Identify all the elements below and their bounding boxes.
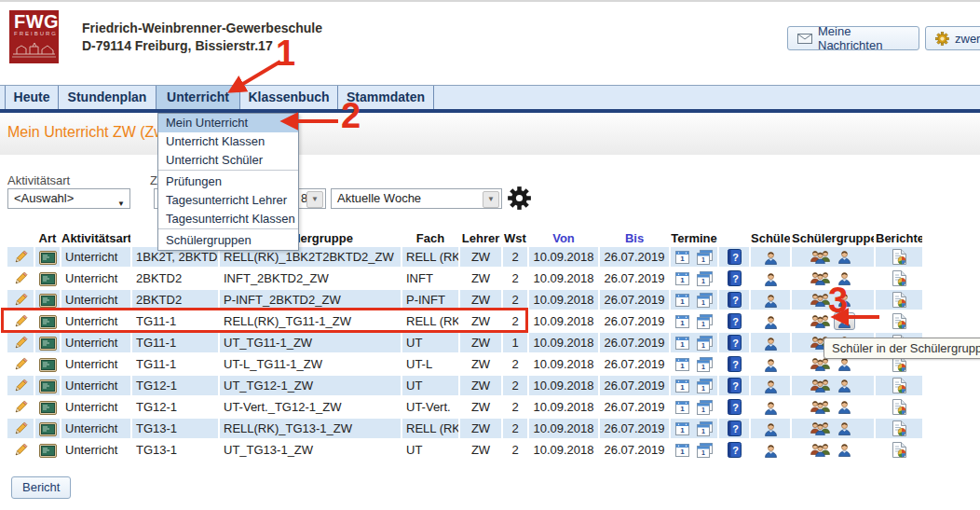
help-book-icon[interactable]: ? [728,378,742,393]
pencil-icon[interactable] [13,357,28,372]
messages-button[interactable]: Meine Nachrichten [787,26,919,50]
help-book-icon[interactable]: ? [728,249,742,265]
report-chart-icon[interactable] [892,378,906,393]
schueler-cell[interactable] [751,269,790,288]
student-icon[interactable] [764,315,778,329]
students-group-icon[interactable] [810,314,830,328]
calendars-stacked-icon[interactable]: 1 [697,357,713,372]
students-group-icon[interactable] [810,443,830,457]
student-icon[interactable] [837,250,851,264]
classbook-icon[interactable] [39,358,57,372]
report-chart-icon[interactable] [892,442,906,458]
berichte-cell[interactable] [876,419,922,438]
calendar-icon[interactable]: 1 [675,379,689,393]
classbook-icon[interactable] [39,294,57,308]
students-group-icon[interactable] [810,293,830,307]
calendar-icon[interactable]: 1 [675,357,689,371]
calendar-icon[interactable]: 1 [675,443,689,457]
edit-cell[interactable] [7,269,34,288]
calendars-stacked-icon[interactable]: 1 [697,400,713,415]
menu-item[interactable]: Schülergruppen [158,231,298,250]
calendar-icon[interactable]: 1 [675,293,689,307]
nav-tab[interactable]: Stammdaten [338,86,434,110]
help-book-icon[interactable]: ? [728,399,742,415]
pencil-icon[interactable] [13,443,28,458]
help-book-icon[interactable]: ? [728,335,742,351]
group-student-wrap[interactable] [834,377,855,394]
col-header-von[interactable]: Von [529,231,598,245]
nav-tab[interactable]: Stundenplan [59,86,157,110]
klassenbuch-cell[interactable] [35,419,60,438]
chevron-down-icon[interactable]: ▼ [483,191,499,208]
student-icon[interactable] [764,444,778,458]
calendar-icon[interactable]: 1 [675,336,689,350]
klassenbuch-cell[interactable] [35,247,60,267]
edit-cell[interactable] [7,419,34,438]
help-cell[interactable]: ? [719,247,749,267]
edit-cell[interactable] [7,354,34,374]
classbook-icon[interactable] [39,337,57,351]
report-chart-icon[interactable] [892,313,906,329]
calendar-icon[interactable]: 1 [675,271,689,285]
schueler-cell[interactable] [751,397,790,417]
student-icon[interactable] [837,271,851,285]
students-group-icon[interactable] [810,271,830,285]
help-cell[interactable]: ? [719,269,749,288]
student-icon[interactable] [764,379,778,393]
help-cell[interactable]: ? [719,333,749,352]
classbook-icon[interactable] [39,251,57,265]
schueler-cell[interactable] [751,440,790,460]
report-chart-icon[interactable] [892,420,906,436]
menu-item[interactable]: Unterricht Klassen [158,132,298,151]
student-icon[interactable] [837,379,851,393]
user-settings-button[interactable]: zwerg [925,26,980,50]
edit-cell[interactable] [7,440,34,460]
berichte-cell[interactable] [876,397,922,417]
calendars-stacked-icon[interactable]: 1 [697,271,713,286]
calendars-stacked-icon[interactable]: 1 [697,421,713,436]
edit-cell[interactable] [7,290,34,310]
student-icon[interactable] [764,272,778,286]
calendars-stacked-icon[interactable]: 1 [697,250,713,265]
help-book-icon[interactable]: ? [728,313,742,329]
edit-cell[interactable] [7,397,34,417]
help-cell[interactable]: ? [719,290,749,310]
klassenbuch-cell[interactable] [35,333,60,352]
help-cell[interactable]: ? [719,311,749,331]
pencil-icon[interactable] [13,293,28,308]
berichte-cell[interactable] [876,311,922,331]
calendar-icon[interactable]: 1 [675,314,689,328]
berichte-cell[interactable] [876,269,922,288]
students-group-icon[interactable] [810,400,830,414]
pencil-icon[interactable] [13,271,28,286]
calendars-stacked-icon[interactable]: 1 [697,314,713,329]
group-student-wrap[interactable] [834,398,855,416]
classbook-icon[interactable] [39,401,57,415]
report-chart-icon[interactable] [892,270,906,286]
bericht-button[interactable]: Bericht [11,476,71,499]
schueler-cell[interactable] [751,290,790,310]
klassenbuch-cell[interactable] [35,397,60,417]
help-cell[interactable]: ? [719,419,749,438]
group-student-wrap[interactable] [834,248,855,266]
klassenbuch-cell[interactable] [35,376,60,395]
report-chart-icon[interactable] [892,292,906,308]
student-icon[interactable] [764,294,778,308]
klassenbuch-cell[interactable] [35,440,60,460]
menu-item[interactable]: Mein Unterricht [158,114,298,132]
help-cell[interactable]: ? [719,354,749,374]
berichte-cell[interactable] [876,376,922,395]
edit-cell[interactable] [7,247,34,267]
edit-cell[interactable] [7,333,34,352]
student-icon[interactable] [764,337,778,351]
help-book-icon[interactable]: ? [728,292,742,308]
klassenbuch-cell[interactable] [35,354,60,374]
calendar-icon[interactable]: 1 [675,250,689,264]
report-chart-icon[interactable] [892,399,906,415]
pencil-icon[interactable] [13,314,28,329]
aktivitaetsart-select[interactable]: <Auswahl> ▼ [7,188,130,209]
menu-item[interactable]: Unterricht Schüler [158,151,298,171]
chevron-down-icon[interactable]: ▼ [306,191,323,208]
student-icon[interactable] [837,293,851,307]
menu-item[interactable]: Tagesunterricht Lehrer [158,191,298,210]
